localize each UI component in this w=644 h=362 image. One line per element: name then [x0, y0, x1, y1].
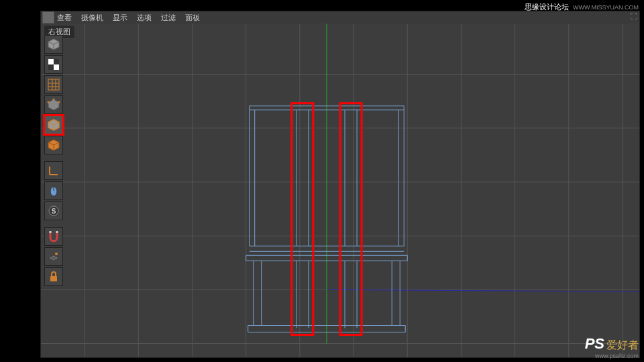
svg-rect-86	[50, 276, 57, 281]
viewport-menubar: 查看 摄像机 显示 选项 过滤 面板	[41, 11, 639, 24]
tool-workplane-mode[interactable]	[44, 247, 63, 266]
tool-point-mode[interactable]	[44, 95, 63, 114]
svg-rect-54	[54, 59, 59, 64]
svg-rect-81	[56, 231, 58, 233]
svg-rect-80	[50, 231, 52, 233]
menu-panel[interactable]: 面板	[185, 13, 200, 23]
tool-snap-s[interactable]: S	[44, 201, 63, 220]
svg-rect-53	[48, 59, 54, 64]
tool-texture-mode[interactable]	[44, 55, 63, 74]
tool-magnet-mode[interactable]	[44, 227, 63, 246]
tool-uv-mode[interactable]	[44, 75, 63, 94]
menu-view[interactable]: 查看	[57, 13, 72, 23]
svg-rect-47	[292, 103, 313, 335]
watermark-ps: PS	[585, 335, 604, 353]
svg-rect-56	[54, 64, 59, 70]
svg-point-65	[48, 101, 50, 103]
tool-polygon-mode[interactable]	[44, 136, 63, 154]
svg-point-85	[55, 253, 58, 255]
viewport[interactable]	[41, 24, 639, 357]
svg-point-63	[53, 99, 55, 101]
menu-camera[interactable]: 摄像机	[81, 13, 103, 23]
svg-rect-57	[48, 79, 59, 90]
watermark-bottom: PS 爱好者 www.psahz.com	[585, 335, 639, 359]
view-icon[interactable]	[42, 11, 54, 24]
tool-mouse-mode[interactable]	[44, 181, 63, 200]
svg-marker-62	[48, 99, 59, 110]
menu-filter[interactable]: 过滤	[161, 13, 176, 23]
watermark-bottom-url: www.psahz.com	[585, 353, 639, 359]
watermark-url: WWW.MISSYUAN.COM	[573, 4, 639, 11]
svg-rect-48	[340, 103, 362, 335]
svg-text:S: S	[52, 208, 56, 215]
tool-lock-mode[interactable]	[44, 267, 63, 286]
tool-model-mode[interactable]	[44, 35, 63, 54]
svg-rect-55	[48, 64, 54, 70]
menu-display[interactable]: 显示	[113, 13, 127, 23]
tool-edge-mode[interactable]	[44, 116, 63, 134]
tool-axis-mode[interactable]	[44, 161, 63, 180]
menu-options[interactable]: 选项	[137, 13, 152, 23]
mode-toolbar: S	[44, 35, 64, 286]
svg-point-64	[58, 101, 60, 103]
watermark-cn: 爱好者	[606, 338, 639, 353]
maximize-icon[interactable]: ⛶	[631, 13, 637, 20]
